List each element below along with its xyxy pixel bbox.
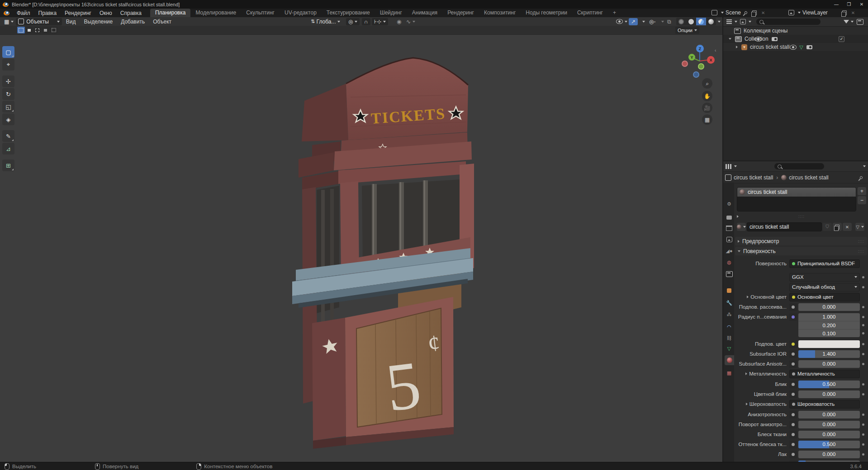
object-visibility-dropdown[interactable] — [614, 18, 630, 25]
object-expand-arrow[interactable] — [736, 46, 738, 48]
menu-add[interactable]: Добавить — [117, 18, 149, 26]
material-name-field[interactable]: circus ticket stall — [747, 222, 822, 231]
breadcrumb-material[interactable]: circus ticket stall — [789, 174, 828, 181]
remove-viewlayer-icon[interactable]: ✕ — [850, 10, 856, 15]
panel-surface-header[interactable]: Поверхность :::: — [735, 247, 867, 255]
shading-dropdown[interactable] — [718, 21, 721, 23]
menu-file[interactable]: Файл — [13, 9, 34, 17]
select-mode-extend[interactable] — [25, 27, 33, 33]
viewlayer-name[interactable]: ViewLayer — [802, 9, 828, 16]
outliner-row-scene-collection[interactable]: Коллекция сцены — [723, 27, 868, 35]
menu-edit[interactable]: Правка — [34, 9, 61, 17]
remove-material-slot-button[interactable]: − — [858, 196, 866, 204]
tab-object-data[interactable]: ▽ — [724, 343, 734, 353]
select-mode-intersect[interactable] — [50, 27, 57, 33]
filter-dropdown[interactable] — [842, 20, 855, 24]
collection-hide-icon[interactable] — [755, 37, 762, 42]
tab-constraints[interactable]: ⛓ — [724, 333, 734, 343]
menu-view[interactable]: Вид — [62, 18, 80, 26]
menu-select[interactable]: Выделение — [80, 18, 117, 26]
slot-expand-arrow[interactable] — [737, 215, 739, 218]
surface-shader-button[interactable]: Принципиальный BSDF — [789, 259, 860, 268]
shading-solid-button[interactable] — [686, 18, 696, 25]
gizmo-y-neg[interactable] — [698, 63, 704, 70]
breadcrumb-object[interactable]: circus ticket stall — [734, 174, 773, 181]
zoom-view-button[interactable]: ⌕ — [702, 78, 712, 89]
specular-tint-slider[interactable]: 0.000 — [798, 390, 860, 398]
add-workspace-button[interactable]: + — [608, 9, 621, 17]
select-mode-subtract[interactable] — [33, 27, 41, 33]
proportional-editing-button[interactable]: ◉ — [394, 18, 403, 25]
tab-view-layer[interactable] — [724, 235, 734, 244]
roughness-link-button[interactable]: Шероховатость — [789, 400, 860, 409]
material-slot-row[interactable]: circus ticket stall — [737, 188, 856, 197]
copy-material-button[interactable] — [833, 223, 842, 231]
tab-scripting[interactable]: Скриптинг — [572, 9, 608, 17]
mode-dropdown[interactable]: Объекты — [16, 18, 62, 25]
menu-window[interactable]: Окно — [95, 9, 116, 17]
tab-output[interactable] — [724, 223, 734, 233]
snap-toggle-button[interactable]: ∩ — [362, 18, 370, 25]
gizmo-y-axis[interactable]: Y — [688, 54, 695, 61]
proportional-falloff-dropdown[interactable]: ∿ — [404, 18, 417, 25]
sss-method-dropdown[interactable]: Случайный обход — [789, 283, 860, 291]
tab-modifiers[interactable]: 🔧 — [724, 298, 734, 308]
nodetree-toggle-button[interactable]: ▽ — [855, 223, 864, 231]
subsurface-slider[interactable]: 0.000 — [798, 303, 860, 311]
tab-layout[interactable]: Планировка — [150, 9, 191, 17]
pin-icon[interactable] — [744, 11, 748, 14]
gizmo-x-axis[interactable]: X — [707, 56, 715, 64]
anisotropic-slider[interactable]: 0.000 — [798, 411, 860, 418]
properties-search-input[interactable] — [774, 163, 824, 169]
tool-select-box[interactable]: ▢ — [2, 46, 14, 58]
distribution-dropdown[interactable]: GGX — [789, 273, 860, 282]
close-button[interactable]: ✕ — [855, 0, 868, 9]
tab-render[interactable] — [724, 212, 734, 222]
tool-scale[interactable]: ◱ — [2, 101, 14, 113]
scene-selector[interactable]: Scene ✕ — [711, 9, 766, 16]
navigation-gizmo[interactable]: Z Y X — [678, 40, 721, 83]
object-render-icon[interactable] — [806, 45, 812, 49]
tool-annotate[interactable]: ✎ — [2, 130, 14, 142]
tab-collection[interactable] — [724, 269, 734, 279]
tab-texture-paint[interactable]: Текстурирование — [322, 9, 375, 17]
shading-rendered-button[interactable] — [706, 18, 716, 25]
add-material-slot-button[interactable]: + — [858, 187, 866, 195]
transform-orientation-dropdown[interactable]: ⇅ Глоба... — [308, 18, 342, 25]
snap-target-dropdown[interactable]: ⊦⊹ — [372, 18, 388, 25]
scene-name[interactable]: Scene — [726, 9, 741, 16]
resize-grip[interactable]: :::: — [798, 214, 805, 219]
overlays-toggle-button[interactable]: ◎◦ — [647, 18, 658, 25]
pivot-point-dropdown[interactable]: ◎ — [346, 18, 360, 25]
collection-expand-arrow[interactable] — [729, 38, 731, 40]
model-circus-ticket-stall[interactable]: TICKETS — [285, 52, 479, 450]
select-mode-invert[interactable] — [42, 27, 49, 33]
tool-move[interactable]: ✢ — [2, 75, 14, 87]
collection-checkbox[interactable]: ✓ — [839, 36, 844, 42]
outliner-search-input[interactable] — [756, 19, 821, 25]
sheen-tint-slider[interactable]: 0.500 — [798, 441, 860, 448]
tab-uv-editing[interactable]: UV-редактор — [280, 9, 322, 17]
camera-view-button[interactable]: 🎥 — [702, 103, 712, 113]
tab-material[interactable] — [725, 355, 734, 365]
tab-geometry-nodes[interactable]: Ноды геометрии — [521, 9, 572, 17]
blender-menu-icon[interactable] — [4, 11, 9, 15]
options-dropdown[interactable]: Опции — [675, 27, 699, 34]
gizmos-dropdown[interactable] — [642, 21, 645, 23]
pan-view-button[interactable]: ✋ — [702, 91, 712, 101]
orthographic-toggle-button[interactable]: ▦ — [702, 114, 712, 125]
new-scene-icon[interactable] — [752, 10, 757, 15]
shading-material-button[interactable] — [696, 18, 706, 25]
shading-wireframe-button[interactable] — [676, 18, 686, 25]
material-slot-list[interactable]: circus ticket stall — [737, 187, 856, 212]
tab-particles[interactable]: ⁂ — [724, 310, 734, 320]
menu-render[interactable]: Рендеринг — [61, 9, 95, 17]
select-mode-set[interactable] — [17, 27, 25, 33]
menu-help[interactable]: Справка — [116, 9, 146, 17]
object-hide-icon[interactable] — [790, 45, 797, 50]
gizmo-z-axis[interactable]: Z — [696, 45, 704, 52]
gizmo-z-neg[interactable] — [693, 71, 699, 78]
anisotropic-rotation-slider[interactable]: 0.000 — [798, 421, 860, 428]
fake-user-shield-icon[interactable]: ⛉ — [823, 223, 832, 231]
unlink-material-button[interactable]: ✕ — [843, 223, 852, 231]
